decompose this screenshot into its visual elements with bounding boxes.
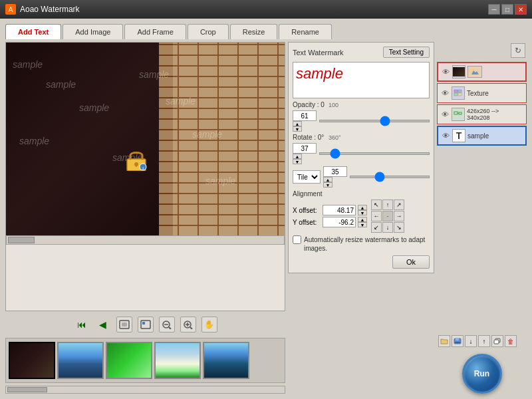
layer-2-eye-icon[interactable]: 👁 [440,88,450,98]
rotate-up-button[interactable]: ▲ [293,154,302,159]
opacity-down-button[interactable]: ▼ [293,126,302,132]
arrow-down[interactable]: ↓ [382,222,393,233]
nav-first-button[interactable]: ⏮ [74,317,90,332]
left-panel: sample sample sample sample sample sampl… [5,42,285,394]
arrow-down-left[interactable]: ↙ [371,222,382,233]
svg-line-23 [458,113,459,114]
svg-point-16 [472,69,474,71]
opacity-spinner-btns: ▲ ▼ [293,121,317,132]
tab-add-frame[interactable]: Add Frame [124,24,186,39]
y-offset-input[interactable] [323,217,356,227]
thumbnail-2[interactable] [57,342,104,379]
x-offset-up-button[interactable]: ▲ [358,205,367,210]
zoom-in-button[interactable] [180,317,196,332]
svg-rect-19 [454,93,458,96]
thumbnail-3[interactable] [106,342,152,379]
svg-rect-8 [142,322,145,325]
zoom-select-button[interactable] [138,317,154,332]
middle-panel: Text Watermark Text Setting sample Opaci… [288,42,434,394]
opacity-slider[interactable] [319,120,430,122]
tile-slider[interactable] [350,176,430,178]
tab-crop[interactable]: Crop [188,24,229,39]
layer-copy-button[interactable] [491,335,503,347]
preview-scrollbar-h[interactable] [6,235,285,245]
layer-delete-button[interactable]: 🗑 [505,335,517,347]
nav-prev-button[interactable]: ◀ [95,317,111,332]
svg-rect-6 [122,323,127,327]
thumbnail-scrollbar[interactable] [5,386,285,394]
scrollbar-thumb[interactable] [8,237,35,243]
opacity-slider-container [319,120,430,122]
tile-select[interactable]: Tile [293,170,321,184]
arrow-up[interactable]: ↑ [382,200,393,210]
rotate-slider[interactable] [319,152,430,155]
tile-up-button[interactable]: ▲ [323,177,332,182]
svg-rect-22 [459,112,462,114]
refresh-button[interactable]: ↻ [511,43,525,58]
layer-item-3[interactable]: 👁 426x260 -->340x208 [437,104,527,124]
rotate-input[interactable] [293,143,317,154]
tile-input[interactable] [323,166,347,177]
svg-rect-20 [458,93,462,96]
tab-rename[interactable]: Rename [279,24,332,39]
layers-header: ↻ [437,42,527,59]
layer-2-label: Texture [467,90,523,97]
zoom-fit-button[interactable] [116,317,132,332]
thumbnail-4[interactable] [154,342,201,379]
ok-button[interactable]: Ok [392,255,430,269]
arrow-left[interactable]: ← [371,211,382,221]
arrow-up-right[interactable]: ↗ [394,200,404,210]
svg-rect-18 [458,90,462,92]
app-title: Aoao Watermark [20,5,80,14]
thumbnail-1[interactable] [9,342,55,379]
maximize-button[interactable]: □ [501,4,513,15]
arrow-right[interactable]: → [394,211,404,221]
layer-move-down-button[interactable]: ↓ [465,335,477,347]
close-button[interactable]: ✕ [515,4,527,15]
thumbnail-5[interactable] [203,342,249,379]
arrow-up-left[interactable]: ↖ [371,200,382,210]
layer-3-eye-icon[interactable]: 👁 [440,110,450,119]
auto-resize-checkbox[interactable] [293,235,301,244]
layer-3-icon [452,108,465,121]
section-title: Text Watermark [293,49,344,57]
brick-wall [159,43,285,235]
title-bar-left: A Aoao Watermark [5,4,80,15]
rotate-down-button[interactable]: ▼ [293,159,302,164]
alignment-section: Alignment X offset: ▲ ▼ [293,190,430,233]
zoom-out-button[interactable] [159,317,175,332]
minimize-button[interactable]: ─ [488,4,500,15]
layer-item-4[interactable]: 👁 T sample [437,126,527,146]
layer-item-2[interactable]: 👁 Texture [437,83,527,103]
svg-rect-21 [454,112,458,114]
alignment-grid: X offset: ▲ ▼ Y offset: [293,200,430,233]
tile-spinner: ▲ ▼ [323,166,347,188]
tab-add-image[interactable]: Add Image [63,24,123,39]
arrow-center[interactable]: · [382,211,393,221]
thumbnail-strip [5,338,285,383]
opacity-input[interactable] [293,110,317,121]
hand-tool-button[interactable]: ✋ [201,317,217,332]
tab-add-text[interactable]: Add Text [5,24,61,39]
run-button[interactable]: Run [462,354,502,394]
x-offset-input[interactable] [323,205,356,215]
opacity-max-label: 100 [329,102,338,108]
text-setting-button[interactable]: Text Setting [383,47,430,58]
thumbnail-scrollbar-thumb[interactable] [7,387,47,392]
x-offset-down-button[interactable]: ▼ [358,210,367,215]
layer-folder-button[interactable] [438,335,450,347]
layer-4-eye-icon[interactable]: 👁 [441,131,450,140]
layer-save-button[interactable] [452,335,464,347]
layer-1-eye-icon[interactable]: 👁 [441,67,450,76]
lock-icon-overlay: i [123,149,150,172]
layer-move-up-button[interactable]: ↑ [478,335,490,347]
opacity-up-button[interactable]: ▲ [293,121,302,126]
rotate-slider-container [319,152,430,155]
y-offset-up-button[interactable]: ▲ [358,217,367,222]
layer-item-1[interactable]: 👁 [437,62,527,82]
tile-down-button[interactable]: ▼ [323,182,332,188]
y-offset-down-button[interactable]: ▼ [358,222,367,227]
arrow-down-right[interactable]: ↘ [394,222,404,233]
tab-resize[interactable]: Resize [230,24,278,39]
preview-area: sample sample sample sample sample sampl… [5,42,285,311]
